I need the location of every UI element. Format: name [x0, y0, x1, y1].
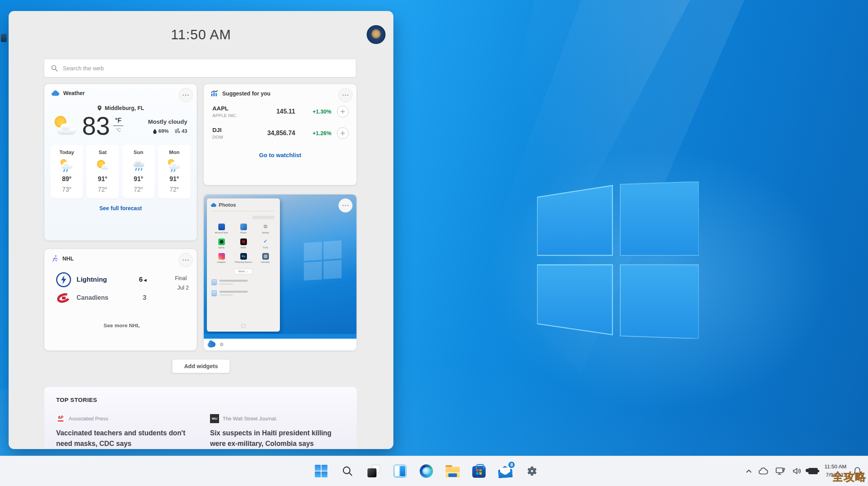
photo-inner-dot: [241, 324, 246, 328]
location-pin-icon: [97, 105, 102, 111]
search-bar[interactable]: [44, 59, 356, 77]
calculator-icon: [262, 253, 269, 260]
story-article[interactable]: WSJ The Wall Street Journal. Six suspect…: [210, 414, 345, 449]
unit-fahrenheit[interactable]: °F: [115, 117, 121, 124]
team-name: Canadiens: [77, 294, 108, 301]
game-status-final: Final: [175, 274, 189, 283]
sun-cloud-rain-icon: [60, 158, 74, 172]
spotify-icon: [218, 238, 225, 245]
current-weather-icon: [54, 116, 77, 136]
weather-title: Weather: [63, 90, 85, 96]
current-temperature: 83: [82, 114, 110, 139]
stocks-chart-icon: [211, 90, 218, 97]
stock-name: APPLE INC.: [212, 113, 238, 118]
device-status-icon[interactable]: [808, 468, 818, 474]
ellipsis-icon: [342, 94, 349, 96]
air-quality-value: 43: [182, 128, 187, 134]
edge-icon: [420, 464, 433, 478]
add-widgets-button[interactable]: Add widgets: [172, 359, 230, 373]
top-stories-title: TOP STORIES: [56, 396, 345, 403]
microsoft-store-button[interactable]: [472, 464, 486, 478]
weather-more-options-button[interactable]: [179, 88, 193, 102]
stock-symbol: AAPL: [212, 105, 238, 112]
avatar[interactable]: [367, 25, 386, 44]
weather-widget[interactable]: Weather Middleburg, FL 83 °F °C M: [44, 84, 197, 240]
stock-row-dji[interactable]: DJI DOW 34,856.74 +1.26%: [212, 122, 349, 144]
task-view-icon: [367, 465, 380, 477]
see-more-nhl-link[interactable]: See more NHL: [56, 323, 187, 328]
stock-symbol: DJI: [212, 127, 223, 133]
app-tile-photos: Photos: [233, 224, 254, 234]
stock-name: DOW: [212, 135, 223, 139]
sports-runner-icon: [51, 255, 58, 262]
start-button[interactable]: [314, 464, 328, 478]
netflix-icon: N: [240, 238, 247, 245]
photo-recent-file: [211, 290, 276, 296]
add-to-watchlist-button[interactable]: [337, 127, 349, 139]
lightning-team-logo: [56, 272, 71, 287]
stock-price: 34,856.74: [267, 130, 295, 137]
desktop-icon-fragment[interactable]: [1, 34, 7, 42]
photos-more-options-button[interactable]: [338, 198, 353, 213]
photo-taskbar-strip: [204, 334, 356, 339]
sun-cloud-rain-icon: [167, 158, 181, 172]
task-view-button[interactable]: [367, 464, 381, 478]
add-to-watchlist-button[interactable]: [337, 106, 349, 117]
game-date: Jul 2: [177, 283, 189, 293]
photos-widget[interactable]: Photos Microsoft Store Photos ⚙ Set: [204, 194, 356, 350]
unit-divider: [113, 125, 123, 126]
stock-row-aapl[interactable]: AAPL APPLE INC. 145.11 +1.30%: [212, 101, 349, 122]
nhl-team-row-canadiens[interactable]: Canadiens 3: [56, 289, 187, 307]
stocks-more-options-button[interactable]: [338, 88, 353, 102]
forecast-day-sun[interactable]: Sun 91° 72°: [122, 145, 155, 198]
weather-condition: Mostly cloudy: [148, 118, 187, 125]
story-article[interactable]: AP Associated Press Vaccinated teachers …: [56, 414, 191, 449]
network-display-icon[interactable]: [775, 467, 786, 475]
forecast-day-sat[interactable]: Sat 91° 72°: [86, 145, 119, 198]
temperature-unit-toggle[interactable]: °F °C: [113, 117, 123, 133]
winner-marker-icon: ◂: [144, 277, 146, 283]
settings-button[interactable]: [524, 464, 539, 478]
photoshop-express-icon: Ps: [240, 253, 247, 260]
see-full-forecast-link[interactable]: See full forecast: [44, 205, 197, 211]
team-score: 3: [143, 294, 146, 302]
forecast-day-today[interactable]: Today 89° 73°: [51, 145, 83, 198]
onedrive-cloud-icon[interactable]: [758, 468, 769, 475]
watermark-text: 全攻略: [832, 469, 866, 484]
story-source: Associated Press: [69, 416, 108, 422]
plus-icon: [340, 131, 345, 136]
search-input[interactable]: [63, 65, 349, 72]
nhl-widget[interactable]: NHL Lightning 6◂ Canadiens 3: [44, 249, 197, 350]
photos-source-icon[interactable]: [207, 341, 216, 348]
app-tile-todo: ✓ To Do: [255, 238, 276, 249]
tray-chevron-up-icon[interactable]: [746, 469, 752, 473]
volume-icon[interactable]: [792, 467, 802, 475]
weather-cloud-icon: [51, 90, 59, 96]
canadiens-team-logo: [56, 290, 71, 305]
photos-settings-icon[interactable]: ⚙: [219, 342, 224, 347]
widgets-button[interactable]: [393, 464, 407, 478]
unit-celsius[interactable]: °C: [115, 127, 121, 133]
mail-button[interactable]: 8: [498, 464, 512, 478]
mail-unread-badge: 8: [507, 460, 515, 469]
instagram-icon: [218, 253, 225, 260]
nhl-team-row-lightning[interactable]: Lightning 6◂: [56, 271, 187, 289]
wall-street-journal-logo: WSJ: [210, 414, 219, 423]
photo-more-button: More⌄: [234, 269, 252, 274]
taskbar-search-button[interactable]: [340, 464, 355, 478]
ellipsis-icon: [342, 205, 349, 206]
app-tile-settings: ⚙ Settings: [255, 224, 276, 234]
humidity-droplet-icon: [153, 128, 157, 134]
photo-windows-logo: [304, 240, 342, 281]
app-tile-instagram: Instagram: [211, 253, 232, 264]
go-to-watchlist-link[interactable]: Go to watchlist: [204, 152, 356, 158]
photo-thumbnail[interactable]: Photos Microsoft Store Photos ⚙ Set: [204, 194, 356, 339]
forecast-day-mon[interactable]: Mon 91° 72°: [158, 145, 190, 198]
photo-app-grid: Microsoft Store Photos ⚙ Settings Spotif…: [211, 224, 276, 264]
weather-location: Middleburg, FL: [105, 105, 144, 111]
edge-browser-button[interactable]: [419, 464, 433, 478]
stocks-widget[interactable]: Suggested for you AAPL APPLE INC. 145.11…: [204, 84, 356, 185]
photo-inner-title: Photos: [219, 202, 236, 208]
stocks-title: Suggested for you: [222, 90, 270, 97]
file-explorer-button[interactable]: [446, 464, 460, 478]
